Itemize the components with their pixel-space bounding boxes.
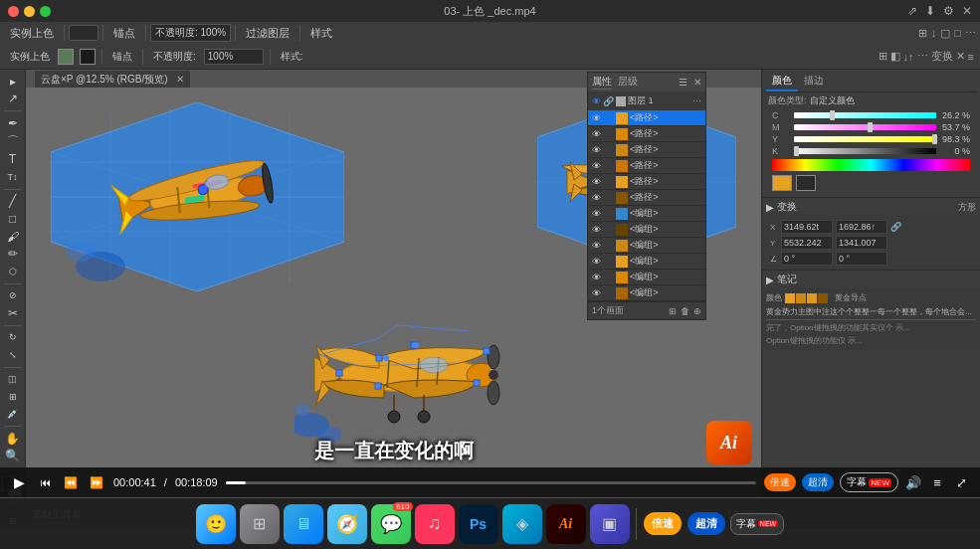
menu-anchor[interactable]: 锚点 [107,25,141,42]
tool-scale[interactable]: ⤡ [2,347,24,363]
tool-shaper[interactable]: ⬡ [2,264,24,279]
color-y-slider[interactable] [794,136,936,142]
layers-footer-btn-1[interactable]: ⊞ [669,306,677,316]
tool-mesh[interactable]: ⊞ [2,389,24,405]
layer-row-6[interactable]: 👁 <路径> [588,190,705,206]
layer-1-eye[interactable]: 👁 [590,113,602,123]
tool-rect[interactable]: □ [2,211,24,227]
tool-curvature[interactable]: ⌒ [2,133,24,150]
layers-footer-btn-3[interactable]: ⊕ [693,306,701,316]
menu-style[interactable]: 样式 [304,25,338,42]
toolbar-icon-g[interactable]: ≡ [968,51,974,63]
layer-2-eye[interactable]: 👁 [590,129,602,139]
layer-row-5[interactable]: 👁 <路径> [588,174,705,190]
opacity-input[interactable] [204,49,264,65]
toolbar-icon-f[interactable]: ✕ [956,50,965,63]
dock-finder[interactable]: 🙂 [196,504,236,544]
transform-constrain-icon[interactable]: 🔗 [890,222,901,232]
layer-row-3[interactable]: 👁 <路径> [588,142,705,158]
tool-rotate[interactable]: ↻ [2,329,24,345]
subtitle-button[interactable]: 字幕 NEW [840,472,898,492]
close-icon[interactable]: ✕ [962,4,972,18]
tool-line[interactable]: ╱ [2,194,24,210]
transform-header-btn[interactable]: 方形 [958,201,976,214]
menu-icon-4[interactable]: □ [954,27,961,40]
layer-5-eye[interactable]: 👁 [590,177,602,187]
menu-shili[interactable]: 实例上色 [4,25,60,42]
tool-eyedropper[interactable]: 💉 [2,407,24,423]
maximize-button[interactable] [40,6,51,17]
settings-icon[interactable]: ⚙ [943,4,954,18]
tool-pen[interactable]: ✒ [2,115,24,131]
dock-app-4[interactable]: ▣ [590,504,630,544]
share-icon[interactable]: ⇗ [907,4,917,18]
tool-eraser[interactable]: ⊘ [2,287,24,303]
canvas-tab-close[interactable]: ✕ [176,74,184,85]
layers-panel-header[interactable]: 属性 层级 ☰ ✕ [588,73,705,92]
color-swatch-toolbar-2[interactable] [80,49,96,65]
dock-subtitle-btn[interactable]: 字幕 NEW [730,513,784,535]
dock-subtitle[interactable]: 字幕 NEW [730,504,785,544]
tool-brush[interactable]: 🖌 [2,229,24,245]
dock-hd[interactable]: 超清 [686,504,726,544]
dock-music[interactable]: ♫ [415,504,455,544]
tool-hand[interactable]: ✋ [2,431,24,447]
current-stroke-color[interactable] [796,175,816,191]
dock-mission-control[interactable]: 🖥 [284,504,323,544]
skip-back-button[interactable]: ⏪ [62,476,80,489]
layer-row-11[interactable]: 👁 <编组> [588,270,705,285]
layers-tab-layers[interactable]: 层级 [618,75,638,90]
window-controls[interactable] [8,6,51,17]
layer-row-8[interactable]: 👁 <编组> [588,222,705,238]
minimize-button[interactable] [24,6,35,17]
menu-icon-5[interactable]: ⋯ [965,27,976,40]
layer-11-eye[interactable]: 👁 [590,273,602,282]
color-k-slider[interactable] [794,148,936,154]
menu-select-box[interactable] [69,25,98,41]
current-fill-color[interactable] [772,175,792,191]
transform-y-input[interactable] [781,236,833,250]
layers-tab-attr[interactable]: 属性 [592,75,612,90]
toolbar-style[interactable]: 样式: [277,49,307,65]
layer-eye-main[interactable]: 👁 [592,96,601,106]
layer-lock-main[interactable]: 🔗 [603,96,614,106]
layers-header-close[interactable]: ✕ [693,77,701,88]
color-c-slider[interactable] [794,112,936,118]
tool-type[interactable]: T [2,152,24,168]
dock-hd-btn[interactable]: 超清 [687,512,725,535]
close-button[interactable] [8,6,19,17]
dock-messages[interactable]: 💬 610 [371,504,411,544]
toolbar-icon-e[interactable]: 变换 [931,49,953,64]
tool-touch-type[interactable]: T↕ [2,169,24,185]
menu-icon-3[interactable]: ▢ [940,27,950,40]
filter-input[interactable]: 不透明度: 100% [150,24,231,42]
playlist-button[interactable]: ≡ [928,475,946,490]
tool-gradient[interactable]: ◫ [2,371,24,387]
layer-10-eye[interactable]: 👁 [590,257,602,267]
color-m-slider[interactable] [794,124,936,130]
dock-safari[interactable]: 🧭 [327,504,367,544]
layer-9-eye[interactable]: 👁 [590,241,602,251]
video-controls[interactable]: ▶ ⏮ ⏪ ⏩ 00:00:41 / 00:18:09 倍速 超清 字幕 NEW… [0,467,980,497]
skip-forward-button[interactable]: ⏩ [88,476,105,489]
note-header[interactable]: ▶ 笔记 [762,271,980,288]
tab-properties[interactable]: 颜色 [766,72,798,92]
tool-pencil[interactable]: ✏ [2,246,24,262]
dock-speed-btn[interactable]: 倍速 [644,512,682,535]
tab-appearance[interactable]: 描边 [798,72,830,92]
layer-row-4[interactable]: 👁 <路径> [588,158,705,174]
color-spectrum[interactable] [772,159,970,171]
transform-angle-input[interactable] [781,252,833,266]
prev-button[interactable]: ⏮ [36,476,54,488]
toolbar-icon-d[interactable]: ⋯ [917,50,928,63]
hd-button[interactable]: 超清 [802,473,834,491]
tool-direct-select[interactable]: ↗ [2,92,24,107]
layer-6-eye[interactable]: 👁 [590,193,602,203]
speed-button[interactable]: 倍速 [764,473,796,491]
dock-photoshop[interactable]: Ps [459,504,498,544]
layers-footer-btn-2[interactable]: 🗑 [681,306,689,316]
layer-12-eye[interactable]: 👁 [590,288,602,298]
tool-scissors[interactable]: ✂ [2,305,24,321]
transform-y2-input[interactable] [836,236,887,250]
transform-angle2-input[interactable] [836,252,887,266]
